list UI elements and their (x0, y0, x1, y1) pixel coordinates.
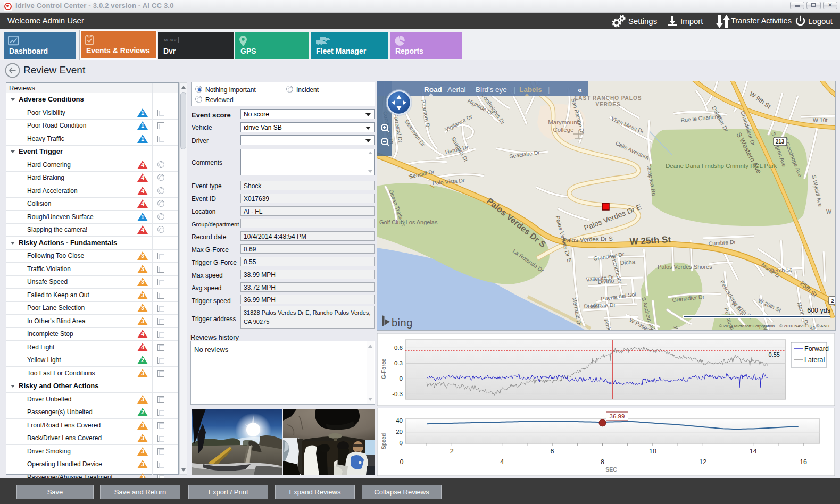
svg-text:2: 2 (831, 298, 834, 304)
svg-text:W: W (826, 208, 831, 215)
svg-text:Speed: Speed (381, 433, 387, 449)
svg-text:College: College (553, 127, 574, 133)
svg-text:0: 0 (400, 375, 403, 382)
svg-text:W 10t: W 10t (813, 117, 828, 123)
svg-text:«: « (578, 86, 582, 94)
svg-text:|: | (514, 86, 515, 94)
svg-text:36.99: 36.99 (610, 413, 625, 419)
svg-text:14: 14 (750, 448, 757, 455)
svg-text:bing: bing (392, 317, 413, 329)
svg-text:Bird's eye: Bird's eye (476, 86, 507, 94)
svg-text:4: 4 (500, 458, 504, 466)
svg-text:Palos Verdes Shores: Palos Verdes Shores (658, 264, 712, 270)
svg-text:W 25th St: W 25th St (629, 234, 671, 247)
svg-text:MERGE: MERGE (164, 38, 178, 42)
svg-text:Deane Dana Frndshp Cmmnty RGL: Deane Dana Frndshp Cmmnty RGL Park (666, 163, 777, 169)
svg-text:8: 8 (601, 458, 604, 466)
svg-text:Dicha: Dicha (620, 258, 636, 266)
svg-text:0: 0 (400, 440, 403, 446)
svg-text:G-Force: G-Force (381, 358, 387, 379)
svg-text:0.6: 0.6 (394, 345, 403, 351)
svg-text:0: 0 (400, 458, 403, 466)
svg-text:Aerial: Aerial (447, 86, 466, 94)
svg-text:Divino: Divino (597, 278, 614, 285)
svg-text:Road: Road (424, 86, 442, 94)
svg-text:Lateral: Lateral (804, 356, 825, 364)
svg-text:0.3: 0.3 (394, 360, 403, 366)
svg-text:12: 12 (699, 458, 706, 466)
svg-text:2: 2 (450, 448, 454, 455)
svg-text:VERDES: VERDES (595, 102, 620, 107)
svg-text:Perch St: Perch St (770, 266, 792, 274)
svg-text:Labels: Labels (519, 86, 542, 94)
svg-text:10: 10 (649, 448, 656, 455)
svg-text:Marymount: Marymount (548, 119, 579, 125)
svg-text:20: 20 (396, 429, 403, 435)
svg-text:600 yds: 600 yds (807, 307, 830, 314)
svg-text:-0.3: -0.3 (392, 391, 403, 397)
svg-text:40: 40 (396, 417, 403, 424)
svg-text:16: 16 (800, 458, 807, 466)
svg-text:SEC: SEC (605, 466, 617, 473)
svg-text:|: | (548, 86, 550, 94)
svg-text:0.55: 0.55 (769, 351, 780, 358)
svg-text:213: 213 (776, 139, 785, 145)
svg-text:Forward: Forward (804, 345, 829, 352)
svg-text:© 2014 Microsoft Corporation: © 2014 Microsoft Corporation © 2010 NAVT… (719, 324, 830, 329)
svg-text:6: 6 (551, 448, 554, 455)
svg-text:Golf Club-Los Angelas: Golf Club-Los Angelas (379, 219, 438, 225)
